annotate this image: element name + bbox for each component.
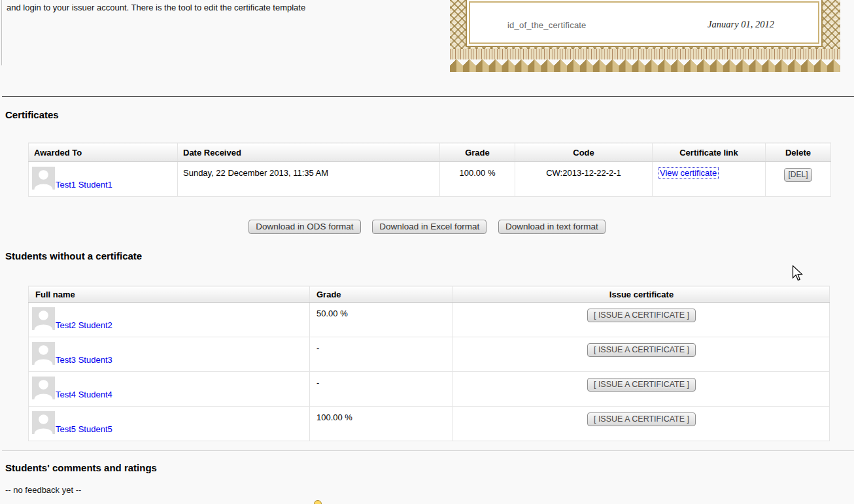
col-header-grade: Grade	[310, 286, 453, 303]
students-without-certificate-heading: Students without a certificate	[5, 250, 142, 261]
full-name-cell: Test3 Student3	[29, 337, 310, 372]
smiley-face-icon	[314, 500, 322, 504]
students-table-header-row: Full name Grade Issue certificate	[29, 286, 830, 303]
view-certificate-link[interactable]: View certificate	[658, 167, 719, 179]
full-name-cell: Test4 Student4	[29, 372, 310, 407]
col-header-delete: Delete	[766, 143, 831, 162]
full-name-cell: Test5 Student5	[29, 407, 310, 441]
certificate-date-text: January 01, 2012	[708, 19, 774, 30]
user-avatar-icon[interactable]	[32, 377, 55, 399]
student-profile-link[interactable]: Test2 Student2	[56, 320, 112, 330]
grade-cell: 100.00 %	[440, 162, 515, 197]
students-table: Full name Grade Issue certificate Test2 …	[28, 286, 830, 441]
delete-cell: [DEL]	[766, 162, 831, 197]
issue-certificate-button[interactable]: [ ISSUE A CERTIFICATE ]	[587, 309, 696, 322]
certificates-table: Awarded To Date Received Grade Code Cert…	[28, 143, 831, 197]
col-header-date-received: Date Received	[178, 143, 440, 162]
no-feedback-text: -- no feedback yet --	[5, 485, 81, 495]
awarded-to-cell: Test1 Student1	[29, 162, 178, 197]
download-buttons-row: Download in ODS format Download in Excel…	[0, 220, 854, 234]
table-row: Test3 Student3 - [ ISSUE A CERTIFICATE ]	[29, 337, 830, 372]
grade-cell: -	[310, 372, 453, 407]
section-divider-bottom	[2, 450, 854, 451]
grade-cell: 100.00 %	[310, 407, 453, 441]
user-avatar-icon[interactable]	[32, 167, 55, 190]
issue-certificate-cell: [ ISSUE A CERTIFICATE ]	[453, 372, 830, 407]
student-profile-link[interactable]: Test1 Student1	[56, 180, 112, 190]
user-avatar-icon[interactable]	[32, 342, 55, 365]
table-row: Test2 Student2 50.00 % [ ISSUE A CERTIFI…	[29, 303, 830, 337]
full-name-cell: Test2 Student2	[29, 303, 310, 337]
student-profile-link[interactable]: Test4 Student4	[56, 390, 112, 399]
issue-certificate-button[interactable]: [ ISSUE A CERTIFICATE ]	[587, 378, 696, 392]
download-excel-button[interactable]: Download in Excel format	[372, 220, 487, 234]
grade-cell: -	[310, 337, 453, 372]
col-header-full-name: Full name	[29, 286, 310, 303]
certificate-fringe	[450, 59, 840, 72]
col-header-grade: Grade	[440, 143, 515, 162]
content-box-left-border	[1, 0, 2, 65]
certificate-link-cell: View certificate	[653, 162, 766, 197]
download-text-button[interactable]: Download in text format	[498, 220, 606, 234]
col-header-awarded-to: Awarded To	[29, 143, 178, 162]
col-header-code: Code	[515, 143, 653, 162]
mouse-cursor-icon	[792, 265, 804, 282]
student-profile-link[interactable]: Test3 Student3	[56, 355, 112, 365]
code-cell: CW:2013-12-22-2-1	[515, 162, 653, 197]
grade-cell: 50.00 %	[310, 303, 453, 337]
table-row: Test1 Student1 Sunday, 22 December 2013,…	[29, 162, 831, 197]
issue-certificate-button[interactable]: [ ISSUE A CERTIFICATE ]	[587, 412, 696, 426]
comments-ratings-heading: Students' comments and ratings	[5, 462, 157, 473]
issue-certificate-cell: [ ISSUE A CERTIFICATE ]	[453, 337, 830, 372]
table-row: Test5 Student5 100.00 % [ ISSUE A CERTIF…	[29, 407, 830, 441]
col-header-issue-certificate: Issue certificate	[453, 286, 830, 303]
user-avatar-icon[interactable]	[32, 307, 55, 330]
certificates-heading: Certificates	[5, 109, 59, 120]
intro-text: and login to your issuer account. There …	[7, 2, 438, 13]
delete-certificate-button[interactable]: [DEL]	[784, 168, 811, 182]
page: and login to your issuer account. There …	[0, 0, 854, 504]
col-header-certificate-link: Certificate link	[653, 143, 766, 162]
table-row: Test4 Student4 - [ ISSUE A CERTIFICATE ]	[29, 372, 830, 407]
section-divider-top	[2, 96, 854, 97]
date-received-cell: Sunday, 22 December 2013, 11:35 AM	[178, 162, 440, 197]
download-ods-button[interactable]: Download in ODS format	[248, 220, 360, 234]
certificate-id-placeholder: id_of_the_certificate	[507, 20, 587, 30]
student-profile-link[interactable]: Test5 Student5	[56, 424, 112, 434]
user-avatar-icon[interactable]	[32, 411, 55, 434]
issue-certificate-cell: [ ISSUE A CERTIFICATE ]	[453, 303, 830, 337]
issue-certificate-button[interactable]: [ ISSUE A CERTIFICATE ]	[587, 343, 696, 357]
certificates-table-header-row: Awarded To Date Received Grade Code Cert…	[29, 143, 831, 162]
certificate-preview-image: id_of_the_certificate January 01, 2012	[450, 0, 840, 72]
issue-certificate-cell: [ ISSUE A CERTIFICATE ]	[453, 407, 830, 441]
